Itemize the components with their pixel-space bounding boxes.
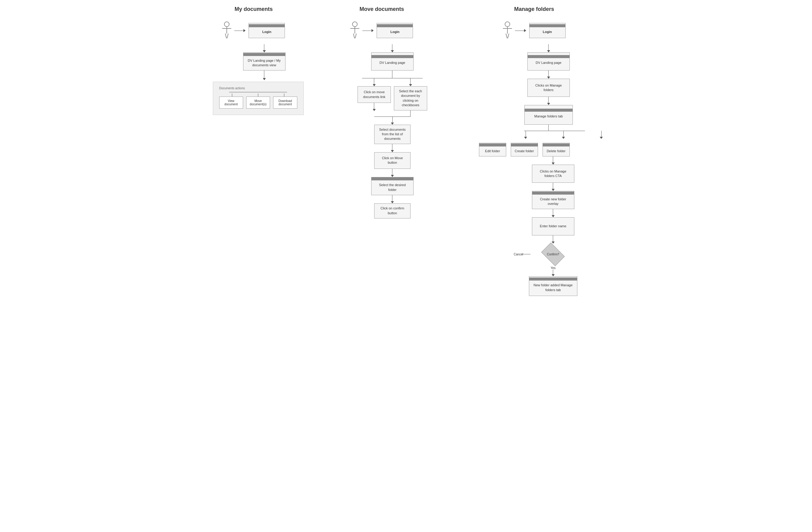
section-title-my-documents: My documents bbox=[235, 6, 273, 12]
confirm-button-box: Click on confirm button bbox=[374, 203, 410, 219]
arrow-login-landing-2 bbox=[391, 44, 394, 53]
section-title-manage-folders: Manage folders bbox=[514, 6, 554, 12]
landing-box-header-2 bbox=[372, 55, 413, 58]
arrow-left-branch-2 bbox=[373, 78, 376, 86]
arrow-login-landing-3 bbox=[547, 44, 550, 53]
landing-box-header-1 bbox=[243, 53, 285, 56]
login-box-2: Login bbox=[377, 23, 413, 38]
actor-to-login-arrow-1 bbox=[234, 29, 246, 32]
confirm-diamond-wrapper: Cancel Confirm? bbox=[535, 243, 571, 265]
new-folder-header bbox=[529, 278, 577, 281]
arrow-right-branch-2 bbox=[409, 78, 412, 86]
diagram-container: My documents Login bbox=[194, 6, 618, 296]
arrow-cta-overlay bbox=[552, 183, 555, 191]
select-checkbox-box: Select the each document by clicking on … bbox=[394, 86, 427, 110]
edit-folder-box: Edit folder bbox=[479, 143, 506, 157]
arrow-create-cta bbox=[552, 157, 555, 165]
arrow-click-move-down bbox=[373, 103, 376, 111]
move-document-box: Move document(s) bbox=[246, 97, 270, 109]
login-box-3: Login bbox=[529, 23, 566, 38]
select-folder-box: Select the desired folder bbox=[371, 177, 414, 195]
yes-label: Yes bbox=[551, 266, 555, 270]
arrow-login-landing-1 bbox=[263, 44, 266, 53]
select-folder-header bbox=[372, 177, 413, 180]
section-manage-folders: Manage folders Login bbox=[461, 6, 607, 296]
create-folder-box: Create folder bbox=[511, 143, 538, 157]
select-documents-box: Select documents from the list of docume… bbox=[374, 125, 410, 144]
arrow-yes-new-folder bbox=[552, 270, 555, 276]
arrow-landing-manage-3 bbox=[547, 71, 550, 79]
arrow-landing-split-2 bbox=[392, 71, 392, 78]
landing-box-2: DV Landing page bbox=[371, 53, 414, 71]
arrow-overlay-enter bbox=[552, 209, 555, 217]
landing-box-3: DV Landing page bbox=[527, 53, 570, 71]
login-box-header-3 bbox=[530, 24, 565, 27]
actor-move-documents bbox=[350, 21, 359, 40]
confirm-diamond-text: Confirm? bbox=[547, 253, 560, 256]
doc-actions-container: Documents actions bbox=[213, 82, 304, 115]
section-my-documents: My documents Login bbox=[205, 6, 302, 115]
landing-box-header-3 bbox=[528, 55, 569, 58]
arrow-manage-tab-3 bbox=[547, 97, 550, 105]
create-overlay-box: Create new folder overlay bbox=[532, 191, 574, 209]
arrow-enter-confirm bbox=[552, 235, 555, 243]
create-overlay-header bbox=[532, 192, 574, 195]
login-box-1: Login bbox=[249, 23, 285, 38]
arrow-landing-actions-1 bbox=[263, 71, 266, 80]
doc-action-items: View document Move document(s) Download … bbox=[219, 97, 297, 109]
enter-name-box: Enter folder name bbox=[532, 217, 574, 235]
actor-manage-folders bbox=[503, 21, 512, 40]
manage-tab-box: Manage folders tab bbox=[524, 105, 573, 125]
landing-box-1: DV Landing page / My documents view bbox=[243, 53, 286, 71]
actor-to-login-arrow-3 bbox=[515, 29, 526, 32]
clicks-manage-box: Clicks on Manage folders bbox=[527, 79, 570, 97]
delete-folder-box: Delete folder bbox=[542, 143, 570, 157]
arrow-move-select-folder-2 bbox=[391, 169, 394, 177]
section-title-move-documents: Move documents bbox=[359, 6, 404, 12]
download-document-box: Download document bbox=[273, 97, 297, 109]
arrow-folder-confirm-2 bbox=[391, 195, 394, 203]
arrow-select-move-2 bbox=[391, 144, 394, 152]
manage-cta-box: Clicks on Manage folders CTA bbox=[532, 165, 574, 183]
section-move-documents: Move documents Login bbox=[324, 6, 439, 219]
manage-tab-header bbox=[525, 109, 572, 112]
click-move-link-box: Click on move documents link bbox=[358, 86, 391, 103]
click-move-button-box: Click on Move button bbox=[374, 152, 410, 169]
login-box-header-1 bbox=[249, 24, 285, 27]
new-folder-box: New folder added Manage folders tab bbox=[529, 276, 577, 296]
doc-actions-label: Documents actions bbox=[219, 87, 297, 90]
actor-to-login-arrow-2 bbox=[362, 29, 374, 32]
actor-my-documents bbox=[222, 21, 231, 40]
arrow-merge-select-2 bbox=[391, 122, 394, 125]
view-document-box: View document bbox=[219, 97, 243, 109]
login-box-header-2 bbox=[377, 24, 413, 27]
